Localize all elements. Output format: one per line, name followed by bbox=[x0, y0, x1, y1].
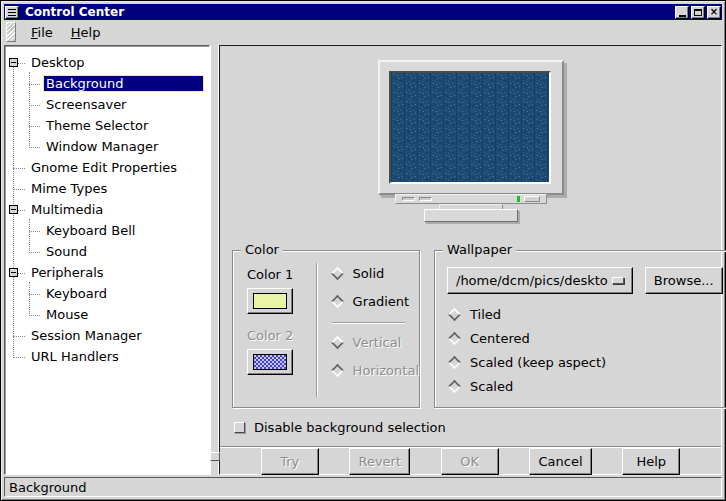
radio-gradient[interactable]: Gradient bbox=[332, 294, 419, 309]
maximize-button[interactable] bbox=[691, 6, 705, 19]
radio-scaled[interactable]: Scaled bbox=[449, 379, 723, 394]
monitor-preview bbox=[378, 60, 564, 195]
radio-label: Tiled bbox=[470, 307, 501, 322]
options-row: Color Color 1 Color 2 bbox=[220, 250, 721, 408]
checkbox-unchecked-icon[interactable] bbox=[234, 422, 245, 433]
menu-grip-handle[interactable] bbox=[6, 22, 16, 42]
checkbox-label: Disable background selection bbox=[254, 420, 446, 435]
sidebar-item-window-manager[interactable]: Window Manager bbox=[5, 136, 209, 157]
item-label: Session Manager bbox=[28, 327, 204, 344]
color2-swatch-button[interactable] bbox=[247, 349, 293, 375]
monitor-button-icon bbox=[419, 197, 432, 201]
preview-area bbox=[220, 46, 721, 234]
collapse-expander-icon[interactable] bbox=[9, 58, 18, 67]
wallpaper-preview-screen bbox=[389, 71, 551, 184]
sidebar-item-session-manager[interactable]: Session Manager bbox=[5, 325, 209, 346]
tree-connector bbox=[29, 315, 40, 316]
ok-button[interactable]: OK bbox=[441, 448, 499, 475]
pane-resize-handle[interactable] bbox=[210, 452, 220, 461]
item-label: Keyboard bbox=[43, 285, 204, 302]
sidebar-item-url-handlers[interactable]: URL Handlers bbox=[5, 346, 209, 367]
radio-unselected-icon bbox=[448, 380, 461, 393]
radio-unselected-icon bbox=[448, 356, 461, 369]
radio-label: Vertical bbox=[353, 335, 402, 350]
color-mode-radios: Solid Gradient Vertical bbox=[317, 251, 419, 407]
sidebar-item-sound[interactable]: Sound bbox=[5, 241, 209, 262]
sidebar-item-mouse[interactable]: Mouse bbox=[5, 304, 209, 325]
wallpaper-group-legend: Wallpaper bbox=[443, 242, 516, 258]
radio-centered[interactable]: Centered bbox=[449, 331, 723, 346]
sidebar-item-desktop[interactable]: Desktop bbox=[5, 52, 209, 73]
pane-divider[interactable] bbox=[210, 45, 219, 475]
sidebar-item-screensaver[interactable]: Screensaver bbox=[5, 94, 209, 115]
menu-file[interactable]: File bbox=[22, 23, 62, 42]
help-button[interactable]: Help bbox=[622, 448, 680, 475]
sidebar-item-keyboard-bell[interactable]: Keyboard Bell bbox=[5, 220, 209, 241]
disable-background-selection-row[interactable]: Disable background selection bbox=[234, 420, 721, 435]
item-label: Desktop bbox=[28, 54, 204, 71]
item-label: Mouse bbox=[43, 306, 204, 323]
wallpaper-file-dropdown[interactable]: /home/dcm/pics/deskto bbox=[447, 267, 633, 294]
minimize-button[interactable] bbox=[675, 6, 689, 19]
radio-vertical: Vertical bbox=[332, 335, 419, 350]
color2-label: Color 2 bbox=[247, 328, 314, 343]
collapse-expander-icon[interactable] bbox=[9, 268, 18, 277]
item-label: Theme Selector bbox=[43, 117, 204, 134]
sidebar-item-peripherals[interactable]: Peripherals bbox=[5, 262, 209, 283]
color1-swatch-button[interactable] bbox=[247, 288, 293, 314]
sidebar-item-mime-types[interactable]: Mime Types bbox=[5, 178, 209, 199]
sidebar-item-keyboard[interactable]: Keyboard bbox=[5, 283, 209, 304]
menu-help[interactable]: Help bbox=[62, 23, 110, 42]
radio-label: Centered bbox=[470, 331, 530, 346]
background-settings-panel: Color Color 1 Color 2 bbox=[219, 45, 722, 475]
tree-connector bbox=[29, 126, 40, 127]
radio-selected-icon bbox=[330, 267, 343, 280]
item-label: Gnome Edit Properties bbox=[28, 159, 204, 176]
sidebar-item-theme-selector[interactable]: Theme Selector bbox=[5, 115, 209, 136]
color2-swatch bbox=[253, 354, 287, 370]
color-group-legend: Color bbox=[241, 242, 283, 258]
sidebar-item-gnome-edit-properties[interactable]: Gnome Edit Properties bbox=[5, 157, 209, 178]
cancel-button[interactable]: Cancel bbox=[529, 448, 591, 475]
tree-connector bbox=[13, 336, 25, 337]
close-button[interactable]: × bbox=[707, 6, 721, 19]
browse-button[interactable]: Browse... bbox=[645, 267, 723, 294]
monitor-control-strip bbox=[395, 194, 547, 204]
radio-solid[interactable]: Solid bbox=[332, 266, 419, 281]
item-label: Sound bbox=[43, 243, 204, 260]
sidebar-item-multimedia[interactable]: Multimedia bbox=[5, 199, 209, 220]
item-label: Screensaver bbox=[43, 96, 204, 113]
horizontal-separator bbox=[332, 322, 405, 323]
radio-tiled[interactable]: Tiled bbox=[449, 307, 723, 322]
window-menu-button[interactable] bbox=[5, 6, 19, 19]
radio-label: Horizontal bbox=[353, 363, 419, 378]
tree-connector bbox=[29, 252, 40, 253]
control-center-window: Control Center × File Help Desktop bbox=[0, 0, 726, 501]
item-label: URL Handlers bbox=[28, 348, 204, 365]
sidebar: Desktop Background Screensaver Theme Sel… bbox=[4, 45, 210, 475]
action-button-row: Try Revert OK Cancel Help bbox=[220, 448, 721, 475]
tree-connector bbox=[13, 168, 25, 169]
item-label: Window Manager bbox=[43, 138, 204, 155]
item-label: Multimedia bbox=[28, 201, 204, 218]
radio-scaled-keep-aspect[interactable]: Scaled (keep aspect) bbox=[449, 355, 723, 370]
wallpaper-group: Wallpaper /home/dcm/pics/deskto Browse..… bbox=[434, 250, 726, 408]
status-bar: Background bbox=[4, 477, 722, 497]
sidebar-item-background[interactable]: Background bbox=[5, 73, 209, 94]
radio-unselected-icon bbox=[330, 295, 343, 308]
menubar: File Help bbox=[4, 20, 722, 44]
tree-connector bbox=[29, 147, 40, 148]
color1-swatch bbox=[253, 293, 287, 309]
wallpaper-file-row: /home/dcm/pics/deskto Browse... bbox=[447, 267, 723, 294]
wallpaper-texture bbox=[391, 73, 549, 182]
category-tree: Desktop Background Screensaver Theme Sel… bbox=[5, 46, 209, 474]
monitor-button-icon bbox=[402, 197, 415, 201]
revert-button[interactable]: Revert bbox=[349, 448, 410, 475]
status-text: Background bbox=[9, 480, 87, 495]
radio-label: Scaled bbox=[470, 379, 513, 394]
try-button[interactable]: Try bbox=[261, 448, 319, 475]
collapse-expander-icon[interactable] bbox=[9, 205, 18, 214]
radio-unselected-icon bbox=[330, 364, 343, 377]
color1-label: Color 1 bbox=[247, 267, 314, 282]
titlebar: Control Center × bbox=[4, 4, 722, 20]
